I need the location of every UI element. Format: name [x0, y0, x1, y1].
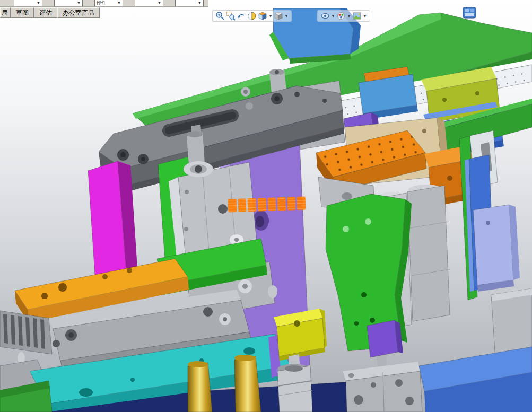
part-bottom-right-gray-block[interactable]	[343, 362, 422, 412]
dropdown-arrow[interactable]: ▾	[363, 14, 367, 19]
zoom-to-area-icon[interactable]	[226, 11, 236, 21]
apply-scene-icon[interactable]	[352, 11, 362, 21]
watermark-glyph	[238, 198, 246, 212]
application-window: ▼ ▼ 部件 ▼ ▼ ▼ 局 草图 评估 办公室产品	[0, 0, 532, 412]
chevron-down-icon: ▼	[77, 1, 81, 5]
watermark-glyph	[257, 198, 266, 212]
dropdown-label: 部件	[97, 0, 106, 6]
heads-up-toolbar: ▾ ▾	[212, 10, 292, 22]
hide-show-items-icon[interactable]	[320, 11, 330, 21]
dropdown-arrow[interactable]: ▾	[331, 14, 335, 19]
tab-office-products[interactable]: 办公室产品	[57, 7, 100, 18]
graphics-viewport[interactable]	[0, 0, 532, 412]
tab-layout[interactable]: 局	[0, 7, 11, 18]
command-tabs: 局 草图 评估 办公室产品	[0, 7, 100, 18]
tab-evaluate[interactable]: 评估	[34, 7, 57, 18]
zoom-to-fit-icon[interactable]	[215, 11, 225, 21]
watermark	[228, 196, 306, 212]
watermark-glyph	[297, 196, 306, 210]
dropdown-arrow[interactable]: ▾	[284, 14, 289, 19]
toolbar-dropdown[interactable]: ▼	[54, 0, 83, 7]
display-style-icon[interactable]	[274, 11, 283, 21]
toolbar-dropdown[interactable]: ▼	[135, 0, 163, 7]
toolbar-dropdown[interactable]: ▼	[14, 0, 42, 7]
part-bottom-right-blue-plate[interactable]	[419, 347, 532, 412]
tab-sketch[interactable]: 草图	[11, 7, 34, 18]
heads-up-toolbar-right: ▾ ▾ ▾	[317, 10, 370, 22]
dropdown-arrow[interactable]: ▾	[268, 14, 273, 19]
part-lavender-block[interactable]	[473, 205, 520, 292]
watermark-glyph	[248, 198, 256, 212]
chevron-down-icon: ▼	[198, 1, 202, 5]
top-toolbar: ▼ ▼ 部件 ▼ ▼ ▼	[0, 0, 208, 7]
toolbar-dropdown-parts[interactable]: 部件 ▼	[94, 0, 123, 7]
section-view-icon[interactable]	[247, 11, 257, 21]
edit-appearance-icon[interactable]	[336, 11, 346, 21]
part-serrated-block[interactable]	[0, 311, 52, 364]
dropdown-arrow[interactable]: ▾	[347, 14, 351, 19]
watermark-glyph	[287, 197, 295, 211]
toolbar-dropdown[interactable]: ▼	[175, 0, 204, 7]
panel-icon[interactable]	[463, 7, 476, 19]
chevron-down-icon: ▼	[117, 1, 121, 5]
watermark-glyph	[277, 197, 286, 211]
watermark-glyph	[228, 199, 237, 213]
chevron-down-icon: ▼	[158, 1, 161, 5]
chevron-down-icon: ▼	[37, 1, 40, 5]
watermark-glyph	[267, 197, 276, 211]
previous-view-icon[interactable]	[237, 11, 246, 21]
view-orientation-icon[interactable]	[258, 11, 267, 21]
